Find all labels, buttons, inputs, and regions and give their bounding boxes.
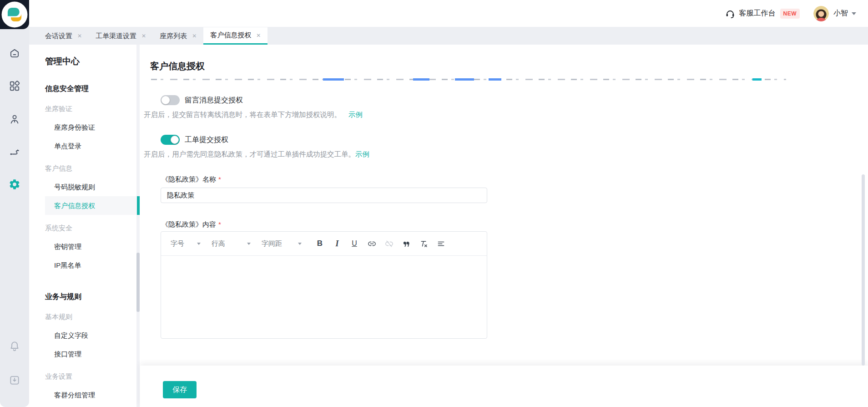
workbench-label: 客服工作台 xyxy=(739,9,776,18)
tab-close-icon[interactable]: ✕ xyxy=(77,33,82,39)
line-height-dropdown[interactable]: 行高 xyxy=(212,239,251,248)
sidebar-active-indicator xyxy=(137,196,140,215)
align-left-icon[interactable] xyxy=(435,238,446,249)
sidebar-item[interactable]: 座席身份验证 xyxy=(29,118,140,137)
window-scrollbar-thumb[interactable] xyxy=(862,174,865,366)
tab-item[interactable]: 会话设置✕ xyxy=(38,27,89,45)
sidebar-item[interactable]: 密钥管理 xyxy=(29,237,140,256)
sidebar-menu: 管理中心 信息安全管理坐席验证座席身份验证单点登录客户信息号码脱敏规则客户信息授… xyxy=(29,45,140,407)
tab-label: 会话设置 xyxy=(45,32,72,41)
message-auth-label: 留言消息提交授权 xyxy=(185,96,243,105)
message-auth-description: 开启后，提交留言转离线消息时，将在表单下方增加授权说明。示例 xyxy=(144,110,363,119)
tab-bar: 会话设置✕工单渠道设置✕座席列表✕客户信息授权✕ xyxy=(29,27,868,45)
tab-item[interactable]: 工单渠道设置✕ xyxy=(89,27,153,45)
italic-button[interactable]: I xyxy=(332,238,343,249)
privacy-name-label: 《隐私政策》名称* xyxy=(161,175,221,184)
privacy-content-label: 《隐私政策》内容* xyxy=(161,220,221,229)
message-auth-toggle-row: 留言消息提交授权 xyxy=(161,95,243,105)
sidebar-group-label[interactable]: 业务设置 xyxy=(29,367,140,386)
example-link[interactable]: 示例 xyxy=(355,150,369,158)
sidebar-item[interactable]: 自定义字段 xyxy=(29,326,140,345)
apps-grid-icon[interactable] xyxy=(9,80,20,92)
footer-bar: 保存 xyxy=(140,366,868,407)
save-button[interactable]: 保存 xyxy=(163,381,197,398)
ticket-auth-toggle[interactable] xyxy=(161,135,180,145)
tab-label: 工单渠道设置 xyxy=(96,32,136,41)
sidebar-scrollbar-thumb[interactable] xyxy=(136,253,140,312)
tab-item[interactable]: 座席列表✕ xyxy=(153,27,203,45)
sidebar-item[interactable]: 客户信息授权 xyxy=(45,196,140,215)
dropdown-label: 字间距 xyxy=(262,239,282,248)
chevron-down-icon xyxy=(852,12,856,15)
logo-icon xyxy=(0,0,29,29)
chevron-down-icon xyxy=(298,243,302,245)
toggle-knob xyxy=(171,136,179,144)
settings-gear-icon[interactable] xyxy=(9,178,20,190)
quote-icon[interactable] xyxy=(401,238,412,249)
chevron-down-icon xyxy=(247,243,251,245)
label-text: 《隐私政策》内容 xyxy=(161,220,216,228)
underline-button[interactable]: U xyxy=(349,238,360,249)
tab-item[interactable]: 客户信息授权✕ xyxy=(203,27,267,45)
sidebar-sections: 信息安全管理坐席验证座席身份验证单点登录客户信息号码脱敏规则客户信息授权系统安全… xyxy=(29,82,140,404)
description-text: 开启后，用户需先同意隐私政策，才可通过工单插件成功提交工单。 xyxy=(144,150,355,158)
sidebar-item[interactable]: 单点登录 xyxy=(29,137,140,155)
label-text: 《隐私政策》名称 xyxy=(161,175,216,183)
privacy-name-input[interactable] xyxy=(161,188,487,203)
clipped-text-remnants xyxy=(151,78,786,81)
tab-close-icon[interactable]: ✕ xyxy=(192,33,197,39)
example-link[interactable]: 示例 xyxy=(348,111,363,118)
workflow-route-icon[interactable] xyxy=(9,145,20,157)
ticket-auth-label: 工单提交授权 xyxy=(185,135,228,145)
letter-spacing-dropdown[interactable]: 字间距 xyxy=(262,239,302,248)
home-icon[interactable] xyxy=(9,47,20,59)
tab-label: 座席列表 xyxy=(160,32,187,41)
editor-content-area[interactable] xyxy=(161,256,487,338)
sidebar-item[interactable]: 客群分组管理 xyxy=(29,386,140,404)
message-auth-toggle[interactable] xyxy=(161,95,180,105)
page-title: 客户信息授权 xyxy=(150,60,205,72)
sidebar-group-label[interactable]: 系统安全 xyxy=(29,219,140,237)
new-badge: NEW xyxy=(780,9,800,19)
sidebar-item[interactable]: 接口管理 xyxy=(29,345,140,363)
support-headset-icon xyxy=(725,8,736,19)
sidebar-scrollbar-track[interactable] xyxy=(136,45,140,407)
font-size-dropdown[interactable]: 字号 xyxy=(171,239,201,248)
left-rail xyxy=(0,0,29,407)
sidebar-group-label[interactable]: 客户信息 xyxy=(29,159,140,178)
notifications-bell-icon[interactable] xyxy=(9,340,20,352)
user-menu[interactable]: 小智 xyxy=(813,6,856,21)
required-asterisk: * xyxy=(218,175,221,183)
avatar xyxy=(813,6,829,21)
required-asterisk: * xyxy=(218,220,221,228)
app-logo[interactable] xyxy=(0,0,29,29)
sidebar-section-header: 信息安全管理 xyxy=(29,82,140,96)
insert-link-icon[interactable] xyxy=(366,238,377,249)
workbench-switch[interactable]: 客服工作台 NEW xyxy=(725,8,800,19)
toggle-knob xyxy=(161,96,170,104)
top-header-bar: 客服工作台 NEW 小智 xyxy=(29,0,868,27)
ticket-auth-description: 开启后，用户需先同意隐私政策，才可通过工单插件成功提交工单。示例 xyxy=(144,150,369,159)
editor-toolbar: 字号 行高 字间距 B I U xyxy=(161,232,487,256)
agent-person-icon[interactable] xyxy=(9,113,20,125)
sidebar-title: 管理中心 xyxy=(29,55,140,68)
description-text: 开启后，提交留言转离线消息时，将在表单下方增加授权说明。 xyxy=(144,111,341,118)
sidebar-item[interactable]: IP黑名单 xyxy=(29,256,140,275)
sidebar-group-label[interactable]: 基本规则 xyxy=(29,307,140,326)
download-tray-icon[interactable] xyxy=(9,374,20,386)
sidebar-item[interactable]: 号码脱敏规则 xyxy=(29,178,140,196)
ticket-auth-toggle-row: 工单提交授权 xyxy=(161,135,228,145)
dropdown-label: 行高 xyxy=(212,239,225,248)
rich-text-editor: 字号 行高 字间距 B I U xyxy=(161,231,487,339)
sidebar-group-label[interactable]: 坐席验证 xyxy=(29,99,140,118)
tab-close-icon[interactable]: ✕ xyxy=(141,33,146,39)
clear-format-icon[interactable] xyxy=(418,238,429,249)
chevron-down-icon xyxy=(197,243,201,245)
username: 小智 xyxy=(833,9,848,18)
bold-button[interactable]: B xyxy=(314,238,325,249)
main-content: 客户信息授权 留言消息提交授权 开启后，提交留言转离线消息时，将在表单下方增加授… xyxy=(140,45,868,407)
remove-link-icon[interactable] xyxy=(384,238,394,249)
sidebar-section-header: 业务与规则 xyxy=(29,290,140,304)
tab-label: 客户信息授权 xyxy=(210,31,251,40)
tab-close-icon[interactable]: ✕ xyxy=(256,33,261,38)
